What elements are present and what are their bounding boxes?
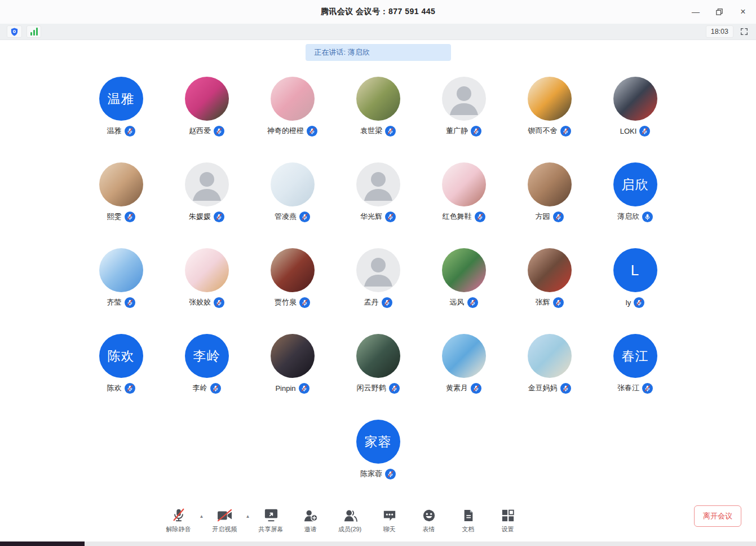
participant-tile[interactable]: 华光辉 (335, 162, 421, 222)
participant-name: 张春江 (617, 383, 639, 393)
toolbar-emoji-button[interactable]: 表情 (412, 507, 446, 534)
participant-tile[interactable]: 袁世梁 (335, 77, 421, 136)
participant-tile[interactable]: 春江张春江 (593, 334, 678, 394)
toolbar-item-label: 共享屏幕 (259, 525, 284, 534)
participant-name: 华光辉 (360, 212, 382, 222)
participant-tile[interactable]: 陈欢陈欢 (78, 334, 164, 394)
participant-name: 神奇的橙橙 (267, 126, 304, 136)
members-icon (343, 507, 357, 522)
mic-muted-icon (471, 383, 481, 394)
minimize-button[interactable]: — (691, 7, 701, 17)
avatar-photo (356, 334, 400, 378)
participant-tile[interactable]: 方园 (507, 162, 593, 222)
avatar-photo (99, 248, 143, 292)
mic-muted-icon (560, 126, 571, 136)
participant-name: 红色舞鞋 (443, 212, 472, 222)
participant-tile[interactable]: 董广静 (421, 77, 507, 136)
mic-muted-icon (639, 126, 650, 136)
participant-tile[interactable]: 孟丹 (335, 248, 421, 308)
close-button[interactable]: × (738, 7, 748, 17)
share-screen-icon (264, 507, 278, 522)
toolbar-invite-button[interactable]: 邀请 (294, 507, 328, 534)
leave-meeting-button[interactable]: 离开会议 (694, 505, 741, 527)
participant-tile[interactable]: 朱媛媛 (164, 162, 250, 222)
avatar-photo (271, 162, 315, 206)
toolbar-settings-button[interactable]: 设置 (491, 507, 525, 534)
shield-icon (10, 27, 19, 37)
toolbar-start-video-button[interactable]: 开启视频 (208, 507, 242, 534)
meeting-statusbar: 18:03 (0, 24, 756, 40)
participant-name: 张姣姣 (189, 297, 211, 307)
window-titlebar: 腾讯会议 会议号：877 591 445 — × (0, 0, 756, 24)
avatar-initials: L (613, 248, 657, 292)
participant-tile[interactable]: 张辉 (507, 248, 593, 308)
toolbar-share-screen-button[interactable]: 共享屏幕 (254, 507, 288, 534)
restore-button[interactable] (714, 7, 724, 17)
avatar-photo (99, 162, 143, 206)
avatar-photo (271, 77, 315, 121)
participant-tile[interactable]: LOKI (593, 77, 678, 136)
participant-name: 李岭 (193, 383, 207, 393)
fullscreen-button[interactable] (739, 27, 749, 37)
mic-muted-icon (553, 212, 564, 222)
participant-tile[interactable]: 齐莹 (78, 248, 164, 308)
participant-tile[interactable]: 启欣薄启欣 (593, 162, 678, 222)
avatar-initials: 春江 (613, 334, 657, 378)
participant-row: 温雅温雅赵西爱神奇的橙橙袁世梁董广静锲而不舍LOKI (0, 77, 756, 136)
participant-tile[interactable]: 张姣姣 (164, 248, 250, 308)
participant-tile[interactable]: 神奇的橙橙 (250, 77, 335, 136)
participant-name-row: ly (626, 297, 644, 308)
participant-tile[interactable]: 赵西爱 (164, 77, 250, 136)
avatar-photo (185, 77, 229, 121)
signal-bars-icon (30, 28, 38, 36)
participant-tile[interactable]: 熙雯 (78, 162, 164, 222)
participant-row: 家蓉陈家蓉 (0, 420, 756, 479)
participant-tile[interactable]: 管凌燕 (250, 162, 335, 222)
participant-tile[interactable]: Pinpin (250, 334, 335, 394)
participant-tile[interactable]: 红色舞鞋 (421, 162, 507, 222)
mic-muted-icon (299, 297, 310, 308)
participant-tile[interactable]: 远风 (421, 248, 507, 308)
unmute-options-caret-icon[interactable]: ▲ (198, 514, 205, 519)
participant-tile[interactable]: Lly (593, 248, 678, 308)
participant-tile[interactable]: 锲而不舍 (507, 77, 593, 136)
participant-name-row: 陈家蓉 (360, 468, 396, 479)
background-window-edge-dark (0, 541, 85, 546)
active-speaker-banner: 正在讲话: 薄启欣 (306, 44, 451, 61)
toolbar-chat-button[interactable]: 聊天 (373, 507, 406, 534)
participant-name: 袁世梁 (360, 126, 382, 136)
toolbar-docs-button[interactable]: 文档 (452, 507, 485, 534)
participant-tile[interactable]: 家蓉陈家蓉 (335, 420, 421, 479)
meeting-toolbar-area: 解除静音▲开启视频▲共享屏幕邀请成员(29)聊天表情文档设置 离开会议 (0, 507, 756, 538)
avatar-initials: 陈欢 (99, 334, 143, 378)
participant-name-row: 神奇的橙橙 (267, 125, 317, 136)
avatar-default-silhouette (356, 248, 400, 292)
participant-name-row: 赵西爱 (189, 125, 224, 136)
participant-name-row: 黄素月 (446, 382, 481, 394)
toolbar-item-label: 开启视频 (213, 525, 237, 534)
participant-tile[interactable]: 黄素月 (421, 334, 507, 394)
avatar-default-silhouette (356, 162, 400, 206)
toolbar-members-button[interactable]: 成员(29) (333, 507, 367, 534)
active-speaker-label: 正在讲话: 薄启欣 (315, 47, 370, 58)
participant-name-row: 薄启欣 (617, 211, 653, 222)
participant-name-row: Pinpin (275, 382, 309, 394)
participant-tile[interactable]: 李岭李岭 (164, 334, 250, 394)
start-video-options-caret-icon[interactable]: ▲ (245, 514, 251, 519)
participant-row: 陈欢陈欢李岭李岭Pinpin闲云野鹤黄素月金豆妈妈春江张春江 (0, 334, 756, 394)
participant-name-row: 贾竹泉 (275, 297, 310, 308)
meeting-clock: 18:03 (706, 25, 733, 38)
fullscreen-icon (740, 27, 749, 36)
participant-tile[interactable]: 闲云野鹤 (335, 334, 421, 394)
participant-tile[interactable]: 金豆妈妈 (507, 334, 593, 394)
emoji-icon (422, 507, 436, 522)
participant-name-row: 袁世梁 (360, 125, 396, 136)
network-quality-chip[interactable] (26, 25, 41, 38)
avatar-photo (271, 334, 315, 378)
avatar-default-silhouette (185, 162, 229, 206)
meeting-health-chip[interactable] (7, 25, 22, 38)
participant-tile[interactable]: 温雅温雅 (78, 77, 164, 136)
participant-tile[interactable]: 贾竹泉 (250, 248, 335, 308)
participant-grid: 温雅温雅赵西爱神奇的橙橙袁世梁董广静锲而不舍LOKI熙雯朱媛媛管凌燕华光辉红色舞… (0, 77, 756, 479)
toolbar-unmute-button[interactable]: 解除静音 (162, 507, 196, 534)
